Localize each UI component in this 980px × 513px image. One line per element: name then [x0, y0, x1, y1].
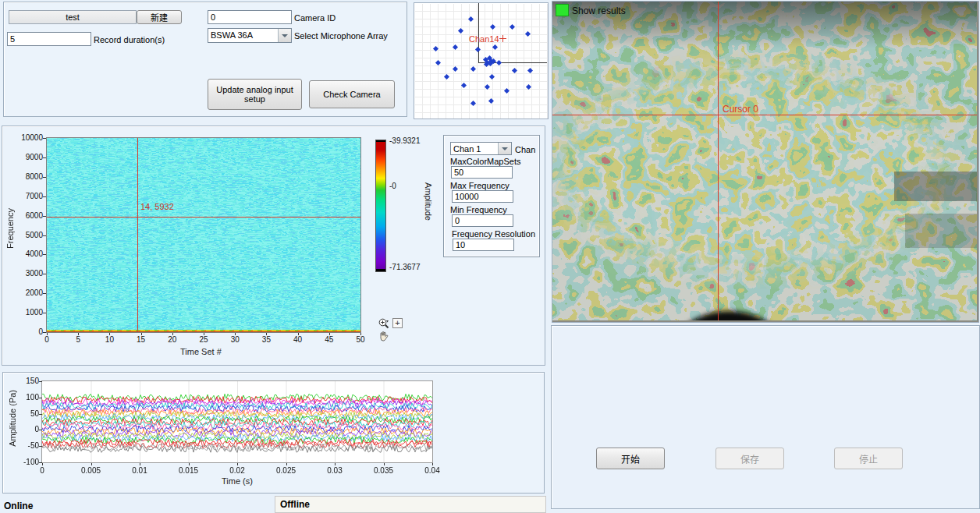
- waveform-ytick: -100: [9, 458, 39, 466]
- waveform-xtick: 0.015: [173, 466, 204, 475]
- mic-dot: [488, 98, 494, 104]
- record-duration-input[interactable]: [7, 32, 91, 46]
- check-camera-button[interactable]: Check Camera: [309, 80, 395, 108]
- pan-tool-icon[interactable]: [378, 331, 389, 342]
- mic-dot: [510, 24, 515, 30]
- waveform-xtick: 0.04: [417, 466, 448, 475]
- mic-dot: [433, 46, 439, 51]
- tick: [42, 463, 43, 465]
- tick: [384, 463, 385, 465]
- camera-cursor-vline[interactable]: [718, 2, 719, 320]
- tick: [43, 274, 46, 274]
- amplitude-colorbar[interactable]: [375, 140, 386, 272]
- tick: [298, 333, 299, 335]
- mic-cursor-cross-icon[interactable]: [499, 35, 506, 42]
- waveform-panel: Amplitude (Pa) Time (s) 150100500-50-100…: [2, 372, 545, 494]
- tick: [109, 333, 110, 335]
- spectrogram-cursor-hline[interactable]: [47, 217, 360, 218]
- save-button[interactable]: 保存: [715, 448, 784, 469]
- setup-panel: test 新建 Record duration(s) Camera ID BSW…: [3, 2, 407, 117]
- chevron-down-icon[interactable]: [278, 29, 291, 42]
- cursor-tool-icon[interactable]: +: [392, 318, 403, 328]
- tick: [47, 333, 48, 335]
- zoom-tool-icon[interactable]: [378, 317, 390, 330]
- waveform-xtick: 0: [27, 466, 58, 475]
- mic-dot: [525, 31, 531, 37]
- waveform-xlabel: Time (s): [222, 476, 253, 486]
- camera-view-panel[interactable]: Cursor 0 Show results: [552, 1, 979, 323]
- mic-dot: [468, 16, 474, 22]
- tick: [43, 293, 46, 294]
- mic-cursor-label: Chan14: [469, 34, 499, 44]
- tick: [91, 463, 92, 465]
- waveform-xtick: 0.005: [76, 466, 107, 475]
- control-panel: 开始 保存 停止: [551, 325, 980, 509]
- spectrogram-ytick: 8000: [9, 172, 43, 181]
- mic-array-plot[interactable]: Chan14: [414, 2, 549, 119]
- min-frequency-input[interactable]: [452, 214, 513, 227]
- spectrogram-xtick: 20: [161, 335, 184, 344]
- waveform-traces: [42, 381, 432, 462]
- mic-array-value: BSWA 36A: [208, 29, 278, 42]
- chevron-down-icon[interactable]: [498, 143, 511, 154]
- spectrogram-xtick: 25: [192, 335, 215, 344]
- update-analog-input-button[interactable]: Update analog input setup: [208, 79, 302, 110]
- min-frequency-label: Min Frequency: [450, 205, 507, 214]
- mic-array-label: Select Microphone Array: [294, 31, 388, 41]
- mic-dot: [475, 47, 481, 52]
- status-offline-box: Offline: [275, 496, 546, 513]
- camera-id-input[interactable]: [208, 10, 292, 24]
- test-name-selector[interactable]: test: [9, 10, 137, 24]
- spectrogram-cursor-vline[interactable]: [137, 138, 138, 332]
- colorbar-title: Amplitude: [424, 182, 433, 221]
- spectrogram-ytick: 6000: [9, 211, 43, 220]
- colorbar-mid-label: -0: [389, 182, 396, 190]
- tick: [43, 196, 46, 197]
- tick: [140, 463, 140, 465]
- mic-dot: [458, 28, 463, 34]
- spectrogram-xtick: 35: [254, 335, 278, 344]
- tick: [360, 333, 361, 335]
- tick: [39, 381, 42, 382]
- acoustic-camera-app: { "window": { "background": "#e8f1fa", "…: [0, 0, 980, 513]
- spectrogram-xtick: 50: [349, 335, 372, 344]
- spectrogram-xtick: 40: [286, 335, 310, 344]
- tick: [172, 333, 173, 335]
- spectrogram-plot[interactable]: 14, 5932: [46, 137, 361, 333]
- channel-dropdown[interactable]: Chan 1: [450, 142, 512, 155]
- spectrogram-ytick: 4000: [9, 249, 43, 258]
- spectrogram-ytick: 1000: [9, 308, 43, 317]
- waveform-xtick: 0.02: [222, 466, 253, 475]
- mic-array-dropdown[interactable]: BSWA 36A: [208, 28, 292, 43]
- camera-cursor-hline[interactable]: [552, 115, 977, 115]
- colorbar-max-label: -39.9321: [389, 136, 420, 145]
- tick: [237, 463, 238, 465]
- waveform-ytick: 100: [9, 393, 39, 402]
- start-button[interactable]: 开始: [596, 448, 665, 469]
- tick: [39, 414, 42, 415]
- max-frequency-label: Max Frequency: [450, 181, 510, 190]
- spectrogram-ytick: 2000: [9, 288, 43, 297]
- spectrogram-bottom-line: [47, 331, 360, 332]
- test-name-value: test: [66, 12, 80, 22]
- max-frequency-input[interactable]: [452, 190, 513, 203]
- waveform-ytick: -50: [9, 441, 39, 450]
- waveform-xtick: 0.025: [271, 466, 302, 475]
- mic-dot: [435, 60, 441, 65]
- spectrogram-xtick: 10: [98, 335, 121, 344]
- frequency-resolution-input[interactable]: [453, 239, 514, 251]
- waveform-xtick: 0.035: [368, 466, 399, 475]
- record-duration-label: Record duration(s): [94, 35, 165, 44]
- tick: [43, 138, 46, 139]
- spectrogram-xtick: 45: [318, 335, 341, 344]
- new-test-button[interactable]: 新建: [137, 10, 182, 24]
- mic-dot: [526, 84, 531, 90]
- waveform-plot[interactable]: [41, 380, 433, 463]
- spectrogram-ytick: 3000: [9, 269, 43, 278]
- show-results-led[interactable]: [556, 4, 569, 16]
- spectrogram-cursor-label: 14, 5932: [140, 202, 174, 211]
- mic-dot: [444, 74, 449, 80]
- max-colormap-input[interactable]: [451, 166, 513, 179]
- stop-button[interactable]: 停止: [834, 448, 903, 469]
- camera-id-label: Camera ID: [294, 13, 336, 23]
